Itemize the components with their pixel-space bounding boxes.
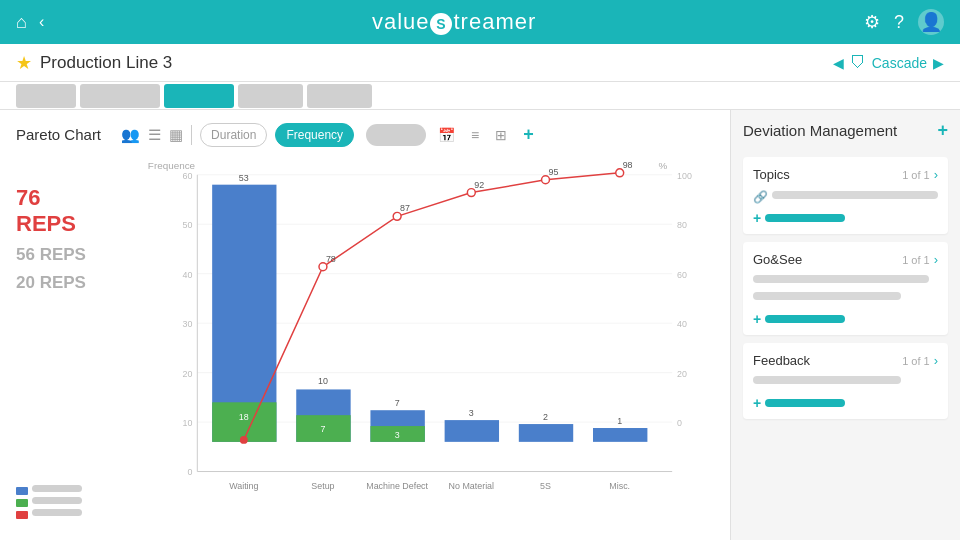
svg-text:0: 0 xyxy=(677,418,682,428)
cascade-nav[interactable]: ◀ ⛉ Cascade ▶ xyxy=(833,54,944,72)
cascade-left-icon[interactable]: ◀ xyxy=(833,55,844,71)
date-filter-bar xyxy=(366,124,426,146)
topics-skeleton-text xyxy=(772,191,938,199)
pareto-chart-svg: Frequence % 60 50 40 30 20 10 xyxy=(106,155,714,521)
gear-icon[interactable]: ⚙ xyxy=(864,11,880,33)
stat-76: 76 REPS xyxy=(16,185,106,237)
gosee-chevron-icon[interactable]: › xyxy=(934,252,938,267)
svg-text:98: 98 xyxy=(623,160,633,170)
svg-text:0: 0 xyxy=(187,467,192,477)
svg-text:50: 50 xyxy=(182,220,192,230)
gosee-add-icon[interactable]: + xyxy=(753,311,761,327)
feedback-count: 1 of 1 xyxy=(902,355,930,367)
bar-nomaterial-blue xyxy=(445,420,499,442)
legend-item-green xyxy=(16,497,106,509)
favorite-star-icon[interactable]: ★ xyxy=(16,52,32,74)
feedback-section: Feedback 1 of 1 › + xyxy=(743,343,948,419)
pct-label: % xyxy=(658,160,667,171)
legend-color-green xyxy=(16,499,28,507)
bar-misc-blue xyxy=(593,428,647,442)
feedback-chevron-icon[interactable]: › xyxy=(934,353,938,368)
people-icon[interactable]: 👥 xyxy=(121,126,140,144)
stat-20-value: 20 REPS xyxy=(16,273,106,293)
topics-section: Topics 1 of 1 › 🔗 + xyxy=(743,157,948,234)
add-chart-icon[interactable]: + xyxy=(519,122,538,147)
svg-text:2: 2 xyxy=(543,412,548,422)
topics-count: 1 of 1 xyxy=(902,169,930,181)
help-icon[interactable]: ? xyxy=(894,12,904,33)
svg-text:18: 18 xyxy=(239,412,249,422)
gosee-add-row: + xyxy=(753,311,938,327)
sub-header: ★ Production Line 3 ◀ ⛉ Cascade ▶ xyxy=(0,44,960,82)
main-layout: Pareto Chart 👥 ☰ ▦ Duration Frequency 📅 … xyxy=(0,110,960,540)
svg-text:1: 1 xyxy=(617,416,622,426)
topics-skeleton-row: 🔗 xyxy=(753,190,938,204)
legend-item-red xyxy=(16,509,106,521)
tab-4[interactable] xyxy=(238,84,303,108)
line-dot-6 xyxy=(616,169,624,177)
back-icon[interactable]: ‹ xyxy=(39,13,44,31)
gosee-skeleton-2 xyxy=(753,292,901,300)
svg-text:78: 78 xyxy=(326,254,336,264)
feedback-meta: 1 of 1 › xyxy=(902,353,938,368)
svg-text:Waiting: Waiting xyxy=(229,481,258,491)
gosee-count: 1 of 1 xyxy=(902,254,930,266)
svg-text:60: 60 xyxy=(677,270,687,280)
svg-text:7: 7 xyxy=(320,424,325,434)
gosee-skeleton-1 xyxy=(753,275,929,283)
tab-1[interactable] xyxy=(16,84,76,108)
legend-color-blue xyxy=(16,487,28,495)
stat-56: 56 REPS xyxy=(16,245,106,265)
user-icon[interactable]: 👤 xyxy=(918,9,944,35)
cascade-tree-icon: ⛉ xyxy=(850,54,866,72)
add-deviation-button[interactable]: + xyxy=(937,120,948,141)
topics-chevron-icon[interactable]: › xyxy=(934,167,938,182)
svg-text:100: 100 xyxy=(677,171,692,181)
topics-add-icon[interactable]: + xyxy=(753,210,761,226)
cascade-right-icon[interactable]: ▶ xyxy=(933,55,944,71)
divider-1 xyxy=(191,125,192,145)
settings-sliders-icon[interactable]: ⊞ xyxy=(491,125,511,145)
chart-panel: Pareto Chart 👥 ☰ ▦ Duration Frequency 📅 … xyxy=(0,110,730,540)
feedback-skeleton-1 xyxy=(753,376,901,384)
feedback-add-icon[interactable]: + xyxy=(753,395,761,411)
svg-text:40: 40 xyxy=(182,270,192,280)
calendar-icon[interactable]: 📅 xyxy=(434,125,459,145)
brand-text: valueStreamer xyxy=(372,9,536,35)
topics-header: Topics 1 of 1 › xyxy=(753,167,938,182)
svg-text:87: 87 xyxy=(400,203,410,213)
legend-color-red xyxy=(16,511,28,519)
gosee-section: Go&See 1 of 1 › + xyxy=(743,242,948,335)
filter-icon[interactable]: ≡ xyxy=(467,125,483,145)
stat-76-value: 76 REPS xyxy=(16,185,106,237)
header-nav: ⌂ ‹ xyxy=(16,12,44,33)
chart-stats: 76 REPS 56 REPS 20 REPS xyxy=(16,155,106,521)
topics-add-bar xyxy=(765,214,845,222)
chart-area: Frequence % 60 50 40 30 20 10 xyxy=(106,155,714,521)
svg-text:10: 10 xyxy=(318,376,328,386)
brand-s: S xyxy=(430,13,452,35)
home-icon[interactable]: ⌂ xyxy=(16,12,27,33)
chart-header: Pareto Chart 👥 ☰ ▦ Duration Frequency 📅 … xyxy=(16,122,714,147)
svg-text:Setup: Setup xyxy=(311,481,334,491)
tab-3[interactable] xyxy=(164,84,234,108)
gosee-skeleton-rows xyxy=(753,275,938,305)
svg-text:95: 95 xyxy=(548,167,558,177)
chart-body: 76 REPS 56 REPS 20 REPS xyxy=(16,155,714,521)
cascade-label: Cascade xyxy=(872,55,927,71)
tab-2[interactable] xyxy=(80,84,160,108)
legend-label-blue xyxy=(32,485,82,492)
list-icon[interactable]: ☰ xyxy=(148,126,161,144)
legend-label-green xyxy=(32,497,82,504)
tab-5[interactable] xyxy=(307,84,372,108)
svg-text:No Material: No Material xyxy=(449,481,494,491)
deviation-management-header: Deviation Management + xyxy=(743,120,948,141)
duration-button[interactable]: Duration xyxy=(200,123,267,147)
header-actions: ⚙ ? 👤 xyxy=(864,9,944,35)
bar-5s-blue xyxy=(519,424,573,442)
svg-text:Misc.: Misc. xyxy=(609,481,630,491)
line-dot-2 xyxy=(319,263,327,271)
frequency-button[interactable]: Frequency xyxy=(275,123,354,147)
gosee-add-bar xyxy=(765,315,845,323)
bar-chart-icon[interactable]: ▦ xyxy=(169,126,183,144)
